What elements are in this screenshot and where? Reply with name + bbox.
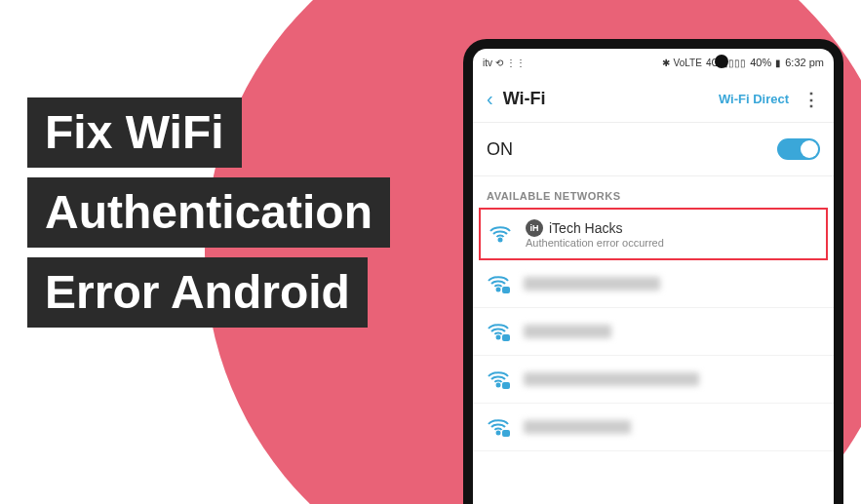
wifi-lock-icon bbox=[487, 415, 510, 439]
blurred-network-name bbox=[524, 277, 660, 291]
network-row-blurred[interactable] bbox=[473, 260, 834, 308]
network-row-blurred[interactable] bbox=[473, 404, 834, 451]
camera-hole bbox=[715, 55, 728, 68]
network-status: Authentication error occurred bbox=[526, 237, 818, 249]
battery-icon: ▮ bbox=[775, 58, 781, 68]
wifi-direct-button[interactable]: Wi-Fi Direct bbox=[719, 92, 789, 106]
phone-frame: itv ⟲ ⋮⋮ ✱ VoLTE 4G ▮▯▯▯ 40% ▮ 6:32 pm ‹… bbox=[463, 39, 843, 504]
network-row-highlighted[interactable]: iH iTech Hacks Authentication error occu… bbox=[479, 208, 828, 260]
wifi-on-label: ON bbox=[487, 139, 513, 160]
network-name: iTech Hacks bbox=[549, 220, 622, 236]
blurred-network-name bbox=[524, 372, 699, 386]
clock: 6:32 pm bbox=[785, 57, 824, 68]
phone-screen: itv ⟲ ⋮⋮ ✱ VoLTE 4G ▮▯▯▯ 40% ▮ 6:32 pm ‹… bbox=[473, 49, 834, 504]
svg-point-0 bbox=[499, 239, 502, 242]
carrier-icons: itv ⟲ ⋮⋮ bbox=[483, 58, 526, 68]
wifi-on-row: ON bbox=[473, 123, 834, 176]
volte-icon: VoLTE bbox=[674, 58, 702, 68]
itechhacks-badge-icon: iH bbox=[526, 219, 543, 237]
bluetooth-icon: ✱ bbox=[662, 58, 670, 68]
headline-block: Fix WiFi Authentication Error Android bbox=[27, 97, 390, 337]
wifi-toggle[interactable] bbox=[777, 138, 820, 160]
page-title: Wi-Fi bbox=[503, 89, 546, 109]
svg-point-3 bbox=[497, 336, 500, 339]
svg-rect-4 bbox=[503, 335, 509, 340]
network-row-blurred[interactable] bbox=[473, 356, 834, 404]
svg-rect-6 bbox=[503, 383, 509, 388]
headline-line-2: Authentication bbox=[27, 177, 390, 248]
network-row-blurred[interactable] bbox=[473, 308, 834, 356]
headline-line-3: Error Android bbox=[27, 257, 368, 328]
status-bar: itv ⟲ ⋮⋮ ✱ VoLTE 4G ▮▯▯▯ 40% ▮ 6:32 pm bbox=[473, 49, 834, 76]
more-menu-button[interactable]: ⋮ bbox=[802, 89, 820, 110]
svg-point-5 bbox=[497, 384, 500, 387]
back-button[interactable]: ‹ bbox=[487, 88, 493, 110]
battery-percent: 40% bbox=[750, 57, 771, 68]
svg-rect-2 bbox=[503, 288, 509, 292]
blurred-network-name bbox=[524, 325, 611, 338]
svg-point-7 bbox=[497, 432, 500, 435]
wifi-lock-icon bbox=[487, 320, 510, 343]
headline-line-1: Fix WiFi bbox=[27, 97, 242, 168]
available-networks-label: AVAILABLE NETWORKS bbox=[473, 176, 834, 208]
wifi-lock-icon bbox=[487, 272, 510, 295]
wifi-signal-icon bbox=[489, 222, 512, 246]
blurred-network-name bbox=[524, 420, 631, 434]
svg-rect-8 bbox=[503, 431, 509, 436]
wifi-lock-icon bbox=[487, 368, 510, 391]
svg-point-1 bbox=[497, 289, 500, 291]
wifi-header: ‹ Wi-Fi Wi-Fi Direct ⋮ bbox=[473, 76, 834, 123]
